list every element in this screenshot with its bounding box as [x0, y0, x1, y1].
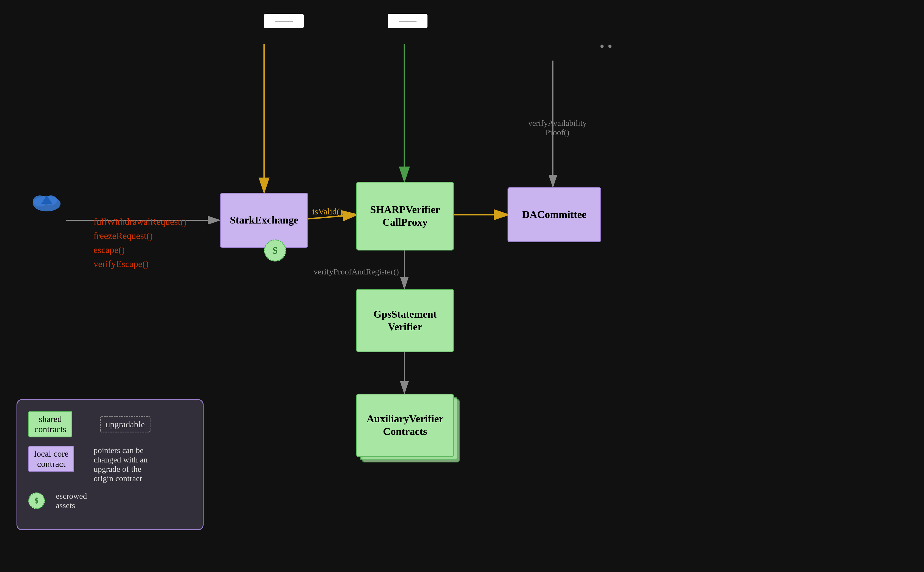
top-label-2: —— — [388, 14, 428, 28]
legend-local-core: local corecontract — [28, 446, 74, 472]
gps-verifier-box: GpsStatementVerifier — [356, 289, 454, 352]
legend-pointer-text: pointers can bechanged with anupgrade of… — [93, 446, 148, 483]
stark-exchange-box: StarkExchange — [220, 193, 308, 248]
legend-upgradable: upgradable — [100, 416, 150, 432]
verify-proof-label: verifyProofAndRegister() — [313, 267, 399, 277]
top-label-1: —— — [264, 14, 304, 28]
dollar-badge: $ — [264, 239, 286, 261]
top-dots: • • — [600, 39, 612, 54]
verify-avail-label: verifyAvailabilityProof() — [528, 118, 587, 137]
legend-dollar: $ — [28, 493, 45, 509]
legend-escrowed: escrowedassets — [56, 491, 87, 510]
is-valid-label: isValid() — [312, 207, 343, 217]
legend: sharedcontracts upgradable local corecon… — [17, 399, 203, 530]
aux-verifier-box: AuxiliaryVerifierContracts — [356, 394, 454, 457]
user-cloud — [30, 187, 63, 216]
da-committee-box: DACommittee — [507, 187, 601, 242]
sharp-verifier-box: SHARPVerifierCallProxy — [356, 182, 454, 250]
red-calls-list: fullWithdrawalRequest() freezeRequest() … — [93, 215, 187, 271]
legend-shared-contracts: sharedcontracts — [28, 411, 72, 437]
